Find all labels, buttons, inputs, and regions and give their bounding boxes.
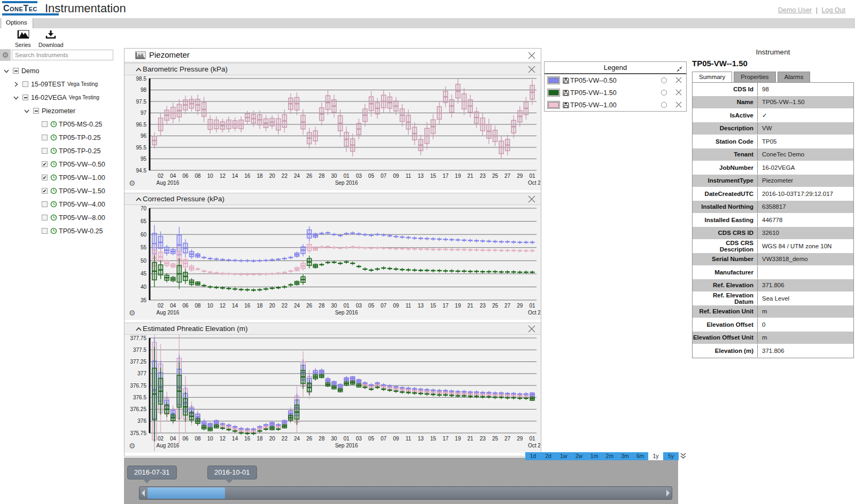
chart-settings-gear-icon[interactable]: ⚙ — [129, 309, 136, 317]
checkbox-indeterminate[interactable] — [22, 94, 28, 100]
legend-collapse-icon[interactable] — [676, 65, 683, 76]
selected-date-range-handle[interactable] — [147, 487, 225, 499]
field-label: DateCreatedUTC — [693, 187, 758, 200]
series-color-swatch[interactable] — [547, 89, 560, 97]
chevron-right-icon[interactable] — [13, 81, 20, 88]
chevron-down-icon[interactable] — [24, 108, 31, 114]
save-series-icon[interactable] — [562, 76, 569, 85]
checkbox-unchecked[interactable] — [42, 135, 48, 140]
tree-item-tp05-vw--4.00[interactable]: TP05-VW--4.00 — [0, 198, 124, 211]
legend-remove-icon[interactable] — [675, 88, 686, 98]
checkbox-checked[interactable]: ✔ — [42, 161, 48, 167]
tree-item-tp05-tp-0.25[interactable]: TP05-TP-0.25 — [0, 131, 124, 144]
chart-close-icon[interactable] — [528, 66, 535, 75]
checkbox-indeterminate[interactable] — [13, 68, 19, 74]
field-label: InstrumentType — [693, 175, 758, 187]
tab-options[interactable]: Options — [2, 18, 33, 28]
tree-item-tp05-vw-0.25[interactable]: TP05-VW-0.25 — [0, 224, 124, 238]
panel-title: Piezometer — [149, 50, 190, 59]
range-button-1m[interactable]: 1m — [587, 452, 602, 460]
range-button-2m[interactable]: 2m — [602, 452, 618, 460]
checkbox-unchecked[interactable] — [42, 215, 48, 220]
svg-text:95: 95 — [141, 156, 147, 162]
chevron-down-icon[interactable] — [3, 68, 11, 74]
scroll-right-arrow[interactable] — [664, 489, 671, 498]
range-end-tooltip[interactable]: 2016-10-01 — [207, 466, 257, 479]
panel-close-icon[interactable] — [528, 52, 535, 61]
svg-text:08: 08 — [195, 436, 201, 442]
legend-radio[interactable] — [661, 77, 667, 83]
tab-properties[interactable]: Properties — [734, 72, 775, 82]
range-button-3m[interactable]: 3m — [617, 452, 633, 460]
swatch-fill — [548, 102, 559, 108]
save-series-icon[interactable] — [562, 100, 569, 110]
legend-remove-icon[interactable] — [675, 76, 686, 85]
legend-radio[interactable] — [661, 102, 667, 108]
svg-text:17: 17 — [442, 303, 449, 309]
svg-text:20: 20 — [269, 173, 276, 179]
double-chevron-down-icon[interactable] — [680, 452, 687, 462]
tab-alarms[interactable]: Alarms — [778, 72, 811, 82]
corrected-pressure-chart[interactable]: 7065605550454035020406081012141618202224… — [125, 205, 541, 320]
chevron-down-icon[interactable] — [13, 94, 20, 101]
chart-settings-gear-icon[interactable]: ⚙ — [129, 442, 136, 450]
tree-item-15-09test[interactable]: 15-09TESTVega Testing — [0, 77, 124, 91]
tree-item-tp05-vw--1.50[interactable]: ✔TP05-VW--1.50 — [0, 184, 124, 198]
field-value: WGS 84 / UTM zone 10N — [758, 243, 853, 249]
checkbox-unchecked[interactable] — [42, 148, 48, 154]
tree-item-label: TP05-VW--1.00 — [59, 174, 105, 182]
series-color-swatch[interactable] — [547, 76, 560, 84]
download-button[interactable]: Download — [38, 30, 63, 48]
legend-radio[interactable] — [661, 90, 667, 96]
range-button-1w[interactable]: 1w — [556, 452, 571, 460]
chart-title: Estimated Phreatic Elevation (m) — [143, 325, 248, 333]
svg-text:Oct 2016: Oct 2016 — [528, 180, 540, 186]
range-button-1d[interactable]: 1d — [525, 452, 541, 460]
svg-text:03: 03 — [356, 436, 362, 442]
search-input[interactable] — [12, 50, 113, 60]
checkbox-unchecked[interactable] — [22, 81, 28, 87]
collapse-chevron-icon[interactable] — [135, 194, 142, 204]
save-series-icon[interactable] — [562, 88, 569, 98]
series-button[interactable]: Series — [11, 30, 35, 48]
tree-item-tp05-vw--0.50[interactable]: ✔TP05-VW--0.50 — [0, 158, 124, 171]
user-link[interactable]: Demo User — [778, 6, 812, 14]
range-start-tooltip[interactable]: 2016-07-31 — [127, 466, 177, 479]
phreatic-elevation-chart[interactable]: 377.75377.5377.25377376.75376.5376.25376… — [125, 335, 541, 453]
checkbox-checked[interactable]: ✔ — [42, 175, 48, 180]
search-gear-icon[interactable]: ⚙ — [0, 49, 11, 61]
logout-link[interactable]: Log Out — [822, 6, 845, 14]
checkbox-checked[interactable]: ✔ — [42, 188, 48, 194]
series-color-swatch[interactable] — [547, 101, 560, 109]
tab-summary[interactable]: Summary — [692, 72, 732, 82]
collapse-chevron-icon[interactable] — [135, 65, 142, 74]
scroll-left-arrow[interactable] — [140, 489, 147, 498]
chart-settings-gear-icon[interactable]: ⚙ — [129, 179, 136, 187]
range-button-6m[interactable]: 6m — [633, 452, 648, 460]
range-button-2d[interactable]: 2d — [541, 452, 556, 460]
legend-remove-icon[interactable] — [675, 100, 686, 110]
checkbox-unchecked[interactable] — [42, 201, 48, 207]
chart-close-icon[interactable] — [528, 195, 535, 205]
range-button-2w[interactable]: 2w — [571, 452, 587, 460]
tree-item-piezometer[interactable]: Piezometer — [0, 104, 124, 117]
tree-item-16-02vega[interactable]: 16-02VEGAVega Testing — [0, 91, 124, 104]
range-button-1y[interactable]: 1y — [648, 452, 664, 460]
tree-item-tp05-vw--8.00[interactable]: TP05-VW--8.00 — [0, 211, 124, 224]
checkbox-indeterminate[interactable] — [33, 108, 39, 114]
checkbox-unchecked[interactable] — [42, 121, 48, 127]
svg-text:10: 10 — [207, 173, 214, 179]
swatch-fill — [548, 77, 559, 83]
chart-close-icon[interactable] — [528, 325, 535, 335]
tree-item-tp05-tp-0.25[interactable]: TP05-TP-0.25 — [0, 144, 124, 158]
table-row: Elevation Offset0 — [693, 318, 853, 332]
range-button-5y[interactable]: 5y — [663, 452, 679, 460]
field-label: Elevation Offset — [693, 318, 758, 331]
collapse-chevron-icon[interactable] — [135, 324, 142, 334]
tree-item-demo[interactable]: Demo — [0, 64, 124, 77]
tree-item-tp05-vw--1.00[interactable]: ✔TP05-VW--1.00 — [0, 171, 124, 184]
tree-item-tp05-ms-0.25[interactable]: TP05-MS-0.25 — [0, 117, 124, 131]
barometric-pressure-chart[interactable]: 98.59897.59796.59695.59594.5020406081012… — [125, 75, 541, 191]
checkbox-unchecked[interactable] — [42, 228, 48, 234]
date-scrollbar-track[interactable] — [139, 486, 672, 500]
